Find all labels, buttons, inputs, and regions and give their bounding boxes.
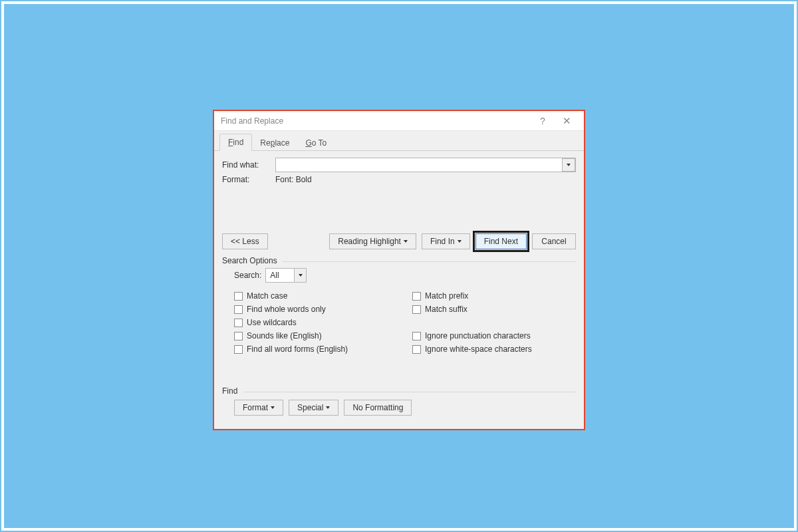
help-icon[interactable] [531, 112, 555, 130]
ignore-whitespace-checkbox[interactable]: Ignore white-space characters [412, 342, 571, 356]
format-row: Format: Font: Bold [222, 175, 576, 184]
match-prefix-checkbox[interactable]: Match prefix [412, 289, 571, 303]
search-options-group: Search Options Search: All Match case [222, 256, 576, 380]
checkbox-icon [234, 305, 243, 314]
caret-down-icon [326, 406, 330, 409]
checkbox-icon [234, 345, 243, 354]
caret-down-icon [404, 240, 408, 243]
format-button[interactable]: Format [234, 400, 283, 416]
checkbox-icon [412, 292, 421, 301]
word-forms-checkbox[interactable]: Find all word forms (English) [234, 342, 392, 356]
checkbox-icon [234, 319, 243, 327]
chevron-down-icon[interactable] [562, 158, 575, 172]
find-footer-group: Find Format Special No Formatting [222, 386, 576, 421]
reading-highlight-button[interactable]: Reading Highlight [329, 233, 416, 249]
checkbox-icon [412, 305, 421, 314]
checkbox-col-left: Match case Find whole words only Use wil… [234, 289, 392, 356]
wildcards-checkbox[interactable]: Use wildcards [234, 316, 392, 329]
checkbox-icon [412, 345, 421, 354]
checkbox-col-right: Match prefix Match suffix Ignore punctua… [412, 289, 571, 356]
format-label: Format: [222, 175, 275, 184]
no-formatting-button[interactable]: No Formatting [344, 400, 412, 416]
find-what-input[interactable] [275, 158, 576, 172]
search-direction-select[interactable]: All [265, 268, 307, 283]
dialog-body: Find Replace Go To Find what: Format: Fo… [214, 131, 584, 429]
checkbox-columns: Match case Find whole words only Use wil… [227, 289, 571, 356]
close-icon[interactable]: ✕ [555, 112, 579, 130]
find-footer-legend: Find [222, 386, 243, 396]
find-what-label: Find what: [222, 160, 275, 170]
less-button[interactable]: << Less [222, 233, 268, 249]
caret-down-icon [271, 406, 275, 409]
cancel-button[interactable]: Cancel [532, 233, 576, 249]
find-in-button[interactable]: Find In [422, 233, 470, 249]
tab-goto[interactable]: Go To [297, 135, 334, 151]
checkbox-icon [234, 332, 243, 340]
match-suffix-checkbox[interactable]: Match suffix [412, 303, 571, 316]
caret-down-icon [458, 240, 462, 243]
ignore-punctuation-checkbox[interactable]: Ignore punctuation characters [412, 329, 571, 342]
format-value: Font: Bold [275, 175, 312, 184]
special-button[interactable]: Special [289, 400, 338, 416]
sounds-like-checkbox[interactable]: Sounds like (English) [234, 329, 392, 342]
action-buttons: << Less Reading Highlight Find In Find N… [222, 233, 576, 249]
dialog-title: Find and Replace [221, 116, 283, 126]
tabs: Find Replace Go To [214, 131, 584, 151]
search-direction-row: Search: All [234, 268, 571, 283]
find-what-row: Find what: [222, 158, 576, 172]
dialog-titlebar: Find and Replace ✕ [214, 111, 584, 131]
match-case-checkbox[interactable]: Match case [234, 289, 392, 303]
find-replace-dialog: Find and Replace ✕ Find Replace Go To Fi… [213, 110, 585, 430]
find-next-button[interactable]: Find Next [475, 233, 527, 249]
chevron-down-icon [294, 269, 306, 282]
checkbox-icon [412, 332, 421, 340]
search-label: Search: [234, 271, 261, 280]
whole-words-checkbox[interactable]: Find whole words only [234, 303, 392, 316]
tab-replace[interactable]: Replace [252, 135, 297, 151]
checkbox-icon [234, 292, 243, 301]
tab-find[interactable]: Find [219, 134, 252, 151]
search-options-legend: Search Options [222, 256, 283, 265]
